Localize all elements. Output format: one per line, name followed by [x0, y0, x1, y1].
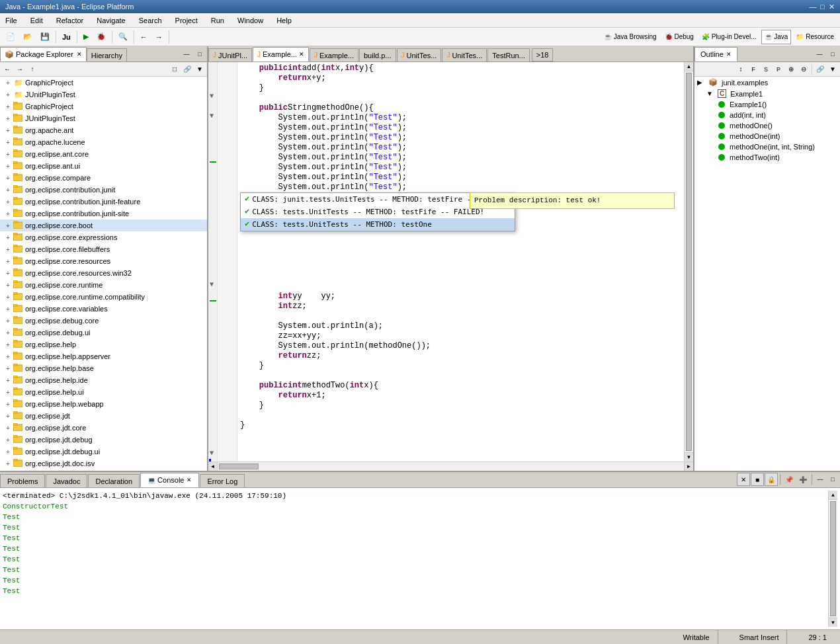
tree-item-org-eclipse-contribution-junit[interactable]: + org.eclipse.contribution.junit	[0, 184, 207, 196]
tab-hierarchy[interactable]: Hierarchy	[87, 48, 127, 61]
maximize-btn[interactable]: □	[820, 3, 825, 11]
expand-icon[interactable]: +	[3, 208, 13, 219]
expand-icon[interactable]: +	[3, 327, 13, 338]
back-nav-btn[interactable]: ←	[1, 63, 13, 75]
code-editor[interactable]: public int add(int x, int y){ return x+y…	[237, 62, 684, 462]
tab-testrun[interactable]: TestRun...	[487, 48, 530, 61]
back-btn[interactable]: ←	[137, 30, 151, 44]
tree-item-org-eclipse-help-ui[interactable]: + org.eclipse.help.ui	[0, 386, 207, 398]
expand-icon[interactable]: +	[3, 315, 13, 326]
tree-item-org-apache-lucene[interactable]: + org.apache.lucene	[0, 136, 207, 148]
up-nav-btn[interactable]: ↑	[26, 63, 38, 75]
outline-method-one-int[interactable]: methodOne(int)	[694, 131, 840, 141]
tree-item-org-eclipse-core-boot[interactable]: + org.eclipse.core.boot	[0, 220, 207, 231]
editor-scrollbar-v[interactable]: ▲ ▼	[684, 62, 693, 462]
ju-btn[interactable]: Ju	[59, 30, 74, 44]
hide-fields-btn[interactable]: F	[747, 63, 759, 75]
expand-icon[interactable]: +	[3, 375, 13, 385]
collapse-all-btn[interactable]: □	[169, 63, 181, 75]
expand-icon[interactable]: +	[3, 220, 13, 231]
expand-icon[interactable]: +	[3, 339, 13, 350]
tree-item-org-eclipse-help-appserver[interactable]: + org.eclipse.help.appserver	[0, 350, 207, 362]
link-editor-btn[interactable]: 🔗	[814, 63, 826, 75]
menu-help[interactable]: Help	[274, 15, 294, 26]
tree-item-org-eclipse-help[interactable]: + org.eclipse.help	[0, 339, 207, 350]
new-btn[interactable]: 📄	[3, 30, 19, 44]
console-pin-btn[interactable]: 📌	[782, 473, 796, 486]
tree-item-org-eclipse-debug-core[interactable]: + org.eclipse.debug.core	[0, 315, 207, 327]
tree-item-org-eclipse-core-expressions[interactable]: + org.eclipse.core.expressions	[0, 231, 207, 243]
expand-icon[interactable]: +	[3, 387, 13, 397]
expand-icon[interactable]: +	[3, 256, 13, 266]
tab-example2[interactable]: J Example...	[310, 48, 358, 61]
outline-method-one[interactable]: methodOne()	[694, 120, 840, 131]
tree-item-org-eclipse-core-runtime[interactable]: + org.eclipse.core.runtime	[0, 279, 207, 291]
expand-icon[interactable]: +	[3, 161, 13, 171]
tree-item-org-eclipse-jdt-doc-isv[interactable]: + org.eclipse.jdt.doc.isv	[0, 458, 207, 469]
tree-item-org-apache-ant[interactable]: + org.apache.ant	[0, 124, 207, 136]
link-with-editor-btn[interactable]: 🔗	[181, 63, 193, 75]
debug-persp-btn[interactable]: 🐞 Debug	[661, 30, 697, 44]
outline-class[interactable]: ▼ C Example1	[694, 88, 840, 99]
menu-edit[interactable]: Edit	[28, 15, 46, 26]
outline-package[interactable]: ▶ 📦 junit.examples	[694, 77, 840, 88]
tree-item-org-eclipse-compare[interactable]: + org.eclipse.compare	[0, 172, 207, 184]
plugin-btn[interactable]: 🧩 Plug-in Devel...	[698, 30, 760, 44]
view-menu-outline[interactable]: ▼	[827, 63, 839, 75]
tree-item-org-eclipse-jdt-core[interactable]: + org.eclipse.jdt.core	[0, 422, 207, 434]
scroll-right-btn[interactable]: ►	[684, 462, 693, 471]
forward-btn[interactable]: →	[152, 30, 166, 44]
method-item-selected[interactable]: ✔ CLASS: tests.UnitTests -- METHOD: test…	[241, 218, 515, 231]
hide-non-public-btn[interactable]: P	[773, 63, 784, 75]
open-btn[interactable]: 📂	[20, 30, 36, 44]
scroll-down-btn[interactable]: ▼	[685, 452, 693, 462]
close-btn[interactable]: ✕	[829, 3, 835, 11]
expand-icon[interactable]: +	[3, 232, 13, 243]
maximize-panel-btn[interactable]: □	[194, 48, 206, 60]
expand-graphic[interactable]: +	[3, 77, 13, 88]
tree-item-org-eclipse-core-runtime-compatibility[interactable]: + org.eclipse.core.runtime.compatibility	[0, 291, 207, 303]
tree-item-org-eclipse-ant-core[interactable]: + org.eclipse.ant.core	[0, 148, 207, 160]
outline-method-add[interactable]: add(int, int)	[694, 110, 840, 120]
save-btn[interactable]: 💾	[37, 30, 53, 44]
view-menu-btn[interactable]: ▼	[194, 63, 206, 75]
resource-btn[interactable]: 📁 Resource	[792, 30, 837, 44]
tab-declaration[interactable]: Declaration	[88, 474, 140, 487]
class-expand[interactable]: ▼	[706, 90, 716, 97]
expand-icon[interactable]: +	[3, 101, 13, 112]
tab-unittest2[interactable]: J UnitTes...	[442, 48, 487, 61]
console-stop-btn[interactable]: ■	[751, 473, 764, 486]
menu-refactor[interactable]: Refactor	[54, 15, 87, 26]
outline-max-btn[interactable]: □	[827, 48, 839, 60]
console-scroll-down[interactable]: ▼	[829, 618, 837, 627]
tree-item-GraphicProject[interactable]: + GraphicProject	[0, 101, 207, 112]
debug-btn[interactable]: 🐞	[93, 30, 109, 44]
expand-icon[interactable]: +	[3, 292, 13, 302]
editor-scrollbar-h[interactable]: ◄ ►	[208, 462, 693, 471]
hide-static-btn[interactable]: S	[760, 63, 772, 75]
forward-nav-btn[interactable]: →	[14, 63, 26, 75]
outline-method-one-int-str[interactable]: methodOne(int, int, String)	[694, 141, 840, 152]
bottom-max-btn[interactable]: □	[827, 473, 839, 485]
java-persp-btn[interactable]: ☕ Java	[761, 30, 792, 44]
expand-junit[interactable]: +	[3, 89, 13, 100]
scroll-up-btn[interactable]: ▲	[685, 62, 693, 71]
tree-item-org-eclipse-core-resources-win32[interactable]: + org.eclipse.core.resources.win32	[0, 267, 207, 279]
tree-item-org-eclipse-jdt-debug-ui[interactable]: + org.eclipse.jdt.debug.ui	[0, 446, 207, 458]
tree-item-org-eclipse-core-resources[interactable]: + org.eclipse.core.resources	[0, 255, 207, 267]
outline-close[interactable]: ✕	[726, 51, 732, 58]
tree-item-org-eclipse-help-webapp[interactable]: + org.eclipse.help.webapp	[0, 398, 207, 410]
run-btn[interactable]: ▶	[80, 30, 92, 44]
tree-item-org-eclipse-contribution-junit-site[interactable]: + org.eclipse.contribution.junit-site	[0, 208, 207, 220]
expand-icon[interactable]: +	[3, 351, 13, 362]
tree-item-org-eclipse-ant-ui[interactable]: + org.eclipse.ant.ui	[0, 160, 207, 172]
console-scroll-lock-btn[interactable]: 🔒	[765, 473, 778, 486]
expand-icon[interactable]: +	[3, 173, 13, 183]
tab-errorlog[interactable]: Error Log	[200, 474, 245, 487]
tree-item-graphic-project[interactable]: + 📁 GraphicProject	[0, 77, 207, 89]
tree-item-JUnitPluginTest[interactable]: + JUnitPluginTest	[0, 112, 207, 124]
expand-icon[interactable]: +	[3, 196, 13, 207]
fold-2[interactable]: ▼	[210, 112, 214, 119]
minimize-panel-btn[interactable]: —	[181, 48, 192, 60]
tab-junit-plugin[interactable]: J JUnitPl...	[208, 48, 252, 61]
